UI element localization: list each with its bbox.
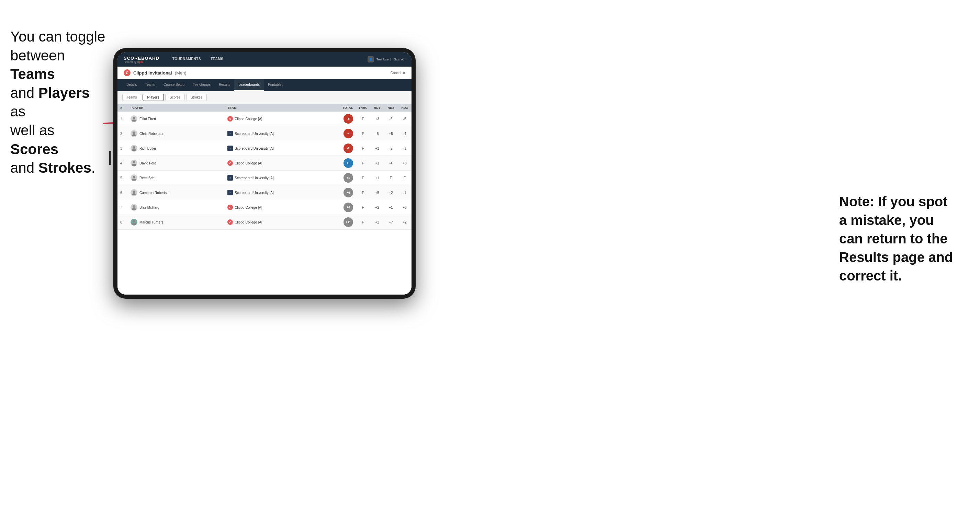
avatar <box>130 145 137 152</box>
cell-team: ≡Scoreboard University [A] <box>225 126 335 141</box>
cell-total: E <box>335 156 356 171</box>
svg-point-9 <box>133 176 135 178</box>
col-thru: THRU <box>356 104 370 111</box>
col-rd2: RD2 <box>384 104 398 111</box>
cell-rd3: +6 <box>398 200 412 215</box>
tab-bar: Details Teams Course Setup Tee Groups Re… <box>118 79 412 91</box>
score-badge: +1 <box>344 173 353 183</box>
col-total: TOTAL <box>335 104 356 111</box>
cell-player: Marcus Turners <box>128 215 225 230</box>
cell-rd1: +1 <box>370 171 384 186</box>
cell-rank: 5 <box>118 171 128 186</box>
svg-point-15 <box>133 220 135 222</box>
toggle-strokes[interactable]: Strokes <box>186 94 207 101</box>
player-name: Rich Butler <box>140 147 156 150</box>
tab-printables[interactable]: Printables <box>264 79 287 91</box>
close-icon: ✕ <box>402 71 405 75</box>
svg-point-11 <box>133 190 135 193</box>
avatar <box>130 204 137 211</box>
tab-leaderboards[interactable]: Leaderboards <box>234 79 264 91</box>
team-logo-sb: ≡ <box>228 131 233 136</box>
cell-rd2: +7 <box>384 215 398 230</box>
svg-point-13 <box>133 205 135 208</box>
avatar <box>130 130 137 137</box>
cell-team: CClippd College [A] <box>225 111 335 126</box>
table-row: 4David FordCClippd College [A]EF+1-4+3 <box>118 156 412 171</box>
tournament-logo: C <box>124 69 130 76</box>
table-row: 2Chris Robertson≡Scoreboard University [… <box>118 126 412 141</box>
top-nav: SCOREBOARD Powered by clippd TOURNAMENTS… <box>118 52 412 67</box>
players-table: # PLAYER TEAM TOTAL THRU RD1 RD2 RD3 1El… <box>118 104 412 230</box>
team-name: Scoreboard University [A] <box>235 176 274 180</box>
svg-point-4 <box>132 134 136 136</box>
table-row: 3Rich Butler≡Scoreboard University [A]-2… <box>118 141 412 156</box>
cell-rd3: +2 <box>398 215 412 230</box>
cell-rank: 2 <box>118 126 128 141</box>
cell-rank: 8 <box>118 215 128 230</box>
cell-team: CClippd College [A] <box>225 215 335 230</box>
team-logo-clippd: C <box>228 116 233 122</box>
logo-subtitle: Powered by clippd <box>124 61 159 63</box>
cell-rd3: -1 <box>398 186 412 200</box>
cell-rd2: -6 <box>384 111 398 126</box>
team-name: Clippd College [A] <box>235 206 262 210</box>
tab-course-setup[interactable]: Course Setup <box>159 79 189 91</box>
team-logo-sb: ≡ <box>228 190 233 195</box>
tab-tee-groups[interactable]: Tee Groups <box>189 79 215 91</box>
svg-point-16 <box>132 223 136 225</box>
player-name: Blair McHarg <box>140 206 159 210</box>
cell-rank: 7 <box>118 200 128 215</box>
cell-rd2: +2 <box>384 186 398 200</box>
toggle-teams[interactable]: Teams <box>122 94 141 101</box>
cell-rd2: +1 <box>384 200 398 215</box>
tablet-frame: SCOREBOARD Powered by clippd TOURNAMENTS… <box>113 48 416 299</box>
cell-team: ≡Scoreboard University [A] <box>225 141 335 156</box>
cell-rd3: +3 <box>398 156 412 171</box>
tab-details[interactable]: Details <box>122 79 141 91</box>
player-name: Rees Britt <box>140 176 154 180</box>
cell-player: Rich Butler <box>128 141 225 156</box>
tab-teams[interactable]: Teams <box>141 79 159 91</box>
svg-point-2 <box>132 119 136 122</box>
cell-rd1: +5 <box>370 186 384 200</box>
cell-team: CClippd College [A] <box>225 156 335 171</box>
sign-out-link[interactable]: Sign out <box>394 58 405 61</box>
svg-point-3 <box>133 132 135 134</box>
cell-rd1: +1 <box>370 141 384 156</box>
cell-player: Chris Robertson <box>128 126 225 141</box>
toggle-players[interactable]: Players <box>143 94 164 101</box>
cell-team: ≡Scoreboard University [A] <box>225 186 335 200</box>
user-name: Test User | <box>377 58 391 61</box>
toggle-scores[interactable]: Scores <box>165 94 185 101</box>
cell-rd3: -4 <box>398 126 412 141</box>
table-row: 7Blair McHargCClippd College [A]+8F+2+1+… <box>118 200 412 215</box>
svg-point-6 <box>132 149 136 151</box>
team-name: Scoreboard University [A] <box>235 191 274 195</box>
user-icon: 👤 <box>368 56 374 62</box>
cell-total: -8 <box>335 111 356 126</box>
avatar <box>130 115 137 122</box>
cell-thru: F <box>356 111 370 126</box>
nav-tournaments[interactable]: TOURNAMENTS <box>168 52 206 67</box>
col-rank: # <box>118 104 128 111</box>
nav-right: 👤 Test User | Sign out <box>368 56 405 62</box>
cancel-button[interactable]: Cancel ✕ <box>391 71 405 75</box>
cell-rd3: -1 <box>398 141 412 156</box>
table-row: 6Cameron Robertson≡Scoreboard University… <box>118 186 412 200</box>
tournament-title: C Clippd Invitational (Men) <box>124 69 186 76</box>
svg-point-1 <box>133 117 135 119</box>
cell-total: +6 <box>335 186 356 200</box>
cell-player: David Ford <box>128 156 225 171</box>
tab-results[interactable]: Results <box>215 79 234 91</box>
cell-thru: F <box>356 186 370 200</box>
table-row: 8Marcus TurnersCClippd College [A]+11F+2… <box>118 215 412 230</box>
toggle-bar: Teams Players Scores Strokes <box>118 91 412 104</box>
cell-rd2: -2 <box>384 141 398 156</box>
tournament-gender: (Men) <box>175 70 186 76</box>
right-annotation: Note: If you spota mistake, youcan retur… <box>839 192 970 285</box>
cell-rank: 1 <box>118 111 128 126</box>
team-logo-clippd: C <box>228 205 233 210</box>
tablet-screen: SCOREBOARD Powered by clippd TOURNAMENTS… <box>118 52 412 295</box>
cell-rd1: -5 <box>370 126 384 141</box>
nav-teams[interactable]: TEAMS <box>206 52 228 67</box>
